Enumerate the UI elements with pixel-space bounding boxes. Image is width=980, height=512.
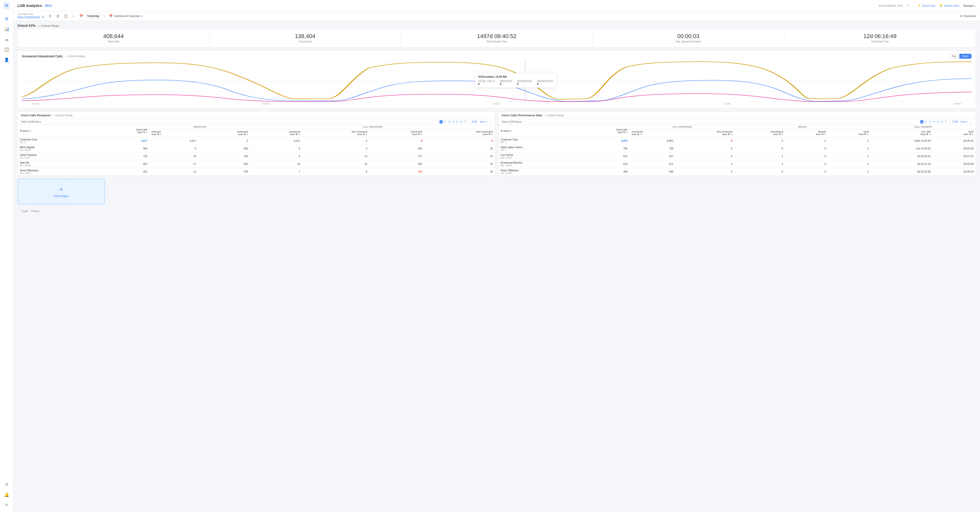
ucr-page-7[interactable]: 7	[464, 120, 467, 124]
ucp-page-7[interactable]: 7	[945, 120, 948, 124]
submit-idea-button[interactable]: 💡 Submit Idea	[939, 4, 959, 7]
kpi-total-calls: 408,644 Total Calls	[18, 29, 210, 47]
download-button[interactable]: ⬇ Download	[960, 14, 976, 18]
ucr-page-1[interactable]: 1	[439, 120, 443, 124]
tooltip-total-calls: TOTAL CALLS 0	[478, 80, 495, 86]
kpi-handle-time: 1497d 08:40:52 Total Handle Time	[401, 29, 593, 47]
ucp-next[interactable]: Next >	[960, 120, 969, 124]
ucp-total-pages[interactable]: 2248	[952, 120, 959, 124]
chart-toggle-week[interactable]: Week	[959, 54, 972, 59]
settings-icon[interactable]: ⚙	[47, 13, 53, 19]
ucp-col-hold[interactable]: HoldSum ⇅	[828, 129, 870, 137]
ucp-table-wrap: ⇅ Name Total CallsSum ⇅ CALL RESPONSE RE…	[498, 125, 975, 175]
ucp-total: Total 11240 items	[501, 121, 522, 123]
privacy-link[interactable]: Privacy	[31, 210, 40, 213]
download-icon: ⬇	[960, 14, 962, 18]
ucr-col-name[interactable]: ⇅ Name	[18, 125, 96, 137]
sidebar-icon-settings[interactable]: ⚙	[2, 480, 11, 489]
ucp-col-hold2[interactable]: HoldSum ⇅	[933, 129, 975, 137]
help-icon[interactable]: ?	[907, 4, 908, 7]
sidebar: R ⊞ 📊 ☁ 📋 👤 ⚙ 🔔 ✉	[0, 0, 13, 512]
sidebar-icon-messages[interactable]: ✉	[2, 500, 11, 509]
tooltip-content: TOTAL CALLS 0 INBOUND 0 ANSWERED 0	[478, 80, 553, 86]
calendar-icon: 📅	[80, 14, 83, 18]
kpi-subtitle: — Custom Range	[38, 24, 59, 27]
table-row: Customer CareExt. 1 4,617 4,617 0 4,611 …	[18, 137, 495, 145]
sidebar-icon-analytics[interactable]: 📊	[2, 24, 11, 33]
tooltip-answered: ANSWERED 0	[517, 80, 532, 86]
chart-header: Answered Abandoned Calls — Custom Range …	[22, 54, 972, 59]
dashboard-label: DASHBOARD	[18, 13, 44, 16]
ucp-col-live-talk[interactable]: Live TalkSum ⇅	[871, 129, 933, 137]
app-logo[interactable]: R	[3, 2, 10, 9]
sidebar-icon-users[interactable]: 👤	[2, 55, 11, 64]
chart-toggle-day[interactable]: Day	[949, 54, 959, 59]
kpi-grid: 408,644 Total Calls 138,404 # Answered 1…	[18, 29, 976, 47]
ucp-col-name[interactable]: ⇅ Name	[498, 125, 582, 137]
tooltip-abandoned: ABANDONED 0	[537, 80, 553, 86]
ucp-col-total[interactable]: Total CallsSum ⇅	[582, 125, 630, 137]
ucp-col-not-answered[interactable]: Not AnsweredSum ⇅	[675, 129, 734, 137]
ucp-result-header: RESULT	[735, 125, 871, 129]
ucr-page-5[interactable]: 5	[456, 120, 459, 124]
ucr-page-3[interactable]: 3	[447, 120, 450, 124]
ucr-total: Total 11240 items	[21, 121, 41, 123]
ucr-col-answered[interactable]: AnsweredSum ⇅	[250, 129, 302, 137]
kpi-section-title: Default KPIs — Custom Range	[18, 24, 976, 27]
sidebar-icon-cloud[interactable]: ☁	[2, 35, 11, 44]
ucr-page-6[interactable]: 6	[460, 120, 463, 124]
legal-link[interactable]: Legal	[22, 210, 28, 213]
topbar-left: LOB Analytics BETA	[18, 3, 53, 8]
idea-icon: 💡	[939, 4, 943, 7]
ucp-page-2[interactable]: 2	[924, 120, 928, 124]
sidebar-icon-home[interactable]: ⊞	[2, 14, 11, 23]
kpi-hold-time-value: 12d 06:16:49	[789, 33, 970, 40]
ucp-col-abandoned[interactable]: AbandonedSum ⇅	[735, 129, 785, 137]
sidebar-icon-notifications[interactable]: 🔔	[2, 490, 11, 499]
topbar-right: America/New_York ? | ⚡ Quick Tips 💡 Subm…	[879, 4, 976, 7]
ucr-total-pages[interactable]: 2248	[471, 120, 478, 124]
add-icon[interactable]: +	[70, 13, 76, 19]
ucp-col-missed[interactable]: MissedSum ⇅	[785, 129, 828, 137]
ucr-callresponse-header: CALL RESPONSE	[250, 125, 495, 129]
dashboard-calendar-button[interactable]: 📅 Dashboard Calendar ℹ	[109, 14, 142, 18]
ucr-col-connected[interactable]: ConnectedSum ⇅	[369, 129, 425, 137]
ucp-page-5[interactable]: 5	[937, 120, 940, 124]
sidebar-icon-reports[interactable]: 📋	[2, 45, 11, 54]
quick-tips-button[interactable]: ⚡ Quick Tips	[918, 4, 935, 7]
table-row: Sales option select...Ext. 2 768 768 0 0…	[498, 145, 975, 153]
ucp-col-answered[interactable]: AnsweredSum ⇅	[630, 129, 675, 137]
ucr-col-outbound[interactable]: OutboundSum ⇅	[198, 129, 250, 137]
kpi-speed-answer-label: Avg. Speed of Answer	[598, 40, 779, 43]
ucp-page-1[interactable]: 1	[920, 120, 923, 124]
ucp-more-icon[interactable]: ⋮	[970, 121, 972, 123]
delete-icon[interactable]: 🗑	[55, 13, 61, 19]
ucp-pagination: Total 11240 items 1 2 3 4 5 6 7 ... 2248…	[498, 119, 975, 125]
ucr-page-4[interactable]: 4	[452, 120, 455, 124]
date-range-button[interactable]: Yesterday	[85, 13, 102, 19]
ucr-table: ⇅ Name Total CallsSum ⇅ DIRECTION CALL R…	[18, 125, 495, 175]
ucr-page-2[interactable]: 2	[444, 120, 447, 124]
ucr-col-not-answered[interactable]: Not AnsweredSum ⇅	[302, 129, 369, 137]
kpi-answered-label: # Answered	[215, 40, 396, 43]
tooltip-date: 18 December, 12:00 AM	[478, 75, 553, 78]
ucr-more-icon[interactable]: ⋮	[489, 121, 492, 123]
kpi-section: Default KPIs — Custom Range 408,644 Tota…	[18, 24, 976, 47]
copy-icon[interactable]: 📋	[62, 13, 69, 19]
ucr-next[interactable]: Next >	[479, 120, 488, 124]
kpi-handle-time-label: Total Handle Time	[406, 40, 587, 43]
chart-area: 24,000 18,000 12,000 6,000 0	[22, 61, 972, 105]
ucp-page-6[interactable]: 6	[940, 120, 943, 124]
table-row: Emmanuel BarreraExt. 12319 515 512 3 3 0…	[498, 160, 975, 168]
ucr-col-not-connected[interactable]: Not ConnectedSum ⇅	[425, 129, 495, 137]
ucp-page-4[interactable]: 4	[932, 120, 935, 124]
table-row: Seth AloExt. 10288 687 27 660 20 15 582 …	[18, 160, 495, 168]
ucp-table: ⇅ Name Total CallsSum ⇅ CALL RESPONSE RE…	[498, 125, 975, 175]
ucr-col-total[interactable]: Total CallsSum ⇅	[96, 125, 150, 137]
ucr-pagination: Total 11240 items 1 2 3 4 5 6 7 ... 2248…	[18, 119, 495, 125]
table-row: Omar VillalobosExt. 11980 448 448 0 0 0 …	[498, 168, 975, 176]
add-widget-button[interactable]: + Add Widget	[18, 179, 105, 205]
ucr-col-inbound[interactable]: InboundSum ⇅	[150, 129, 198, 137]
table-row: Merry AguilarExt. 12245 964 5 859 6 3 82…	[18, 145, 495, 153]
ucp-page-3[interactable]: 3	[928, 120, 931, 124]
